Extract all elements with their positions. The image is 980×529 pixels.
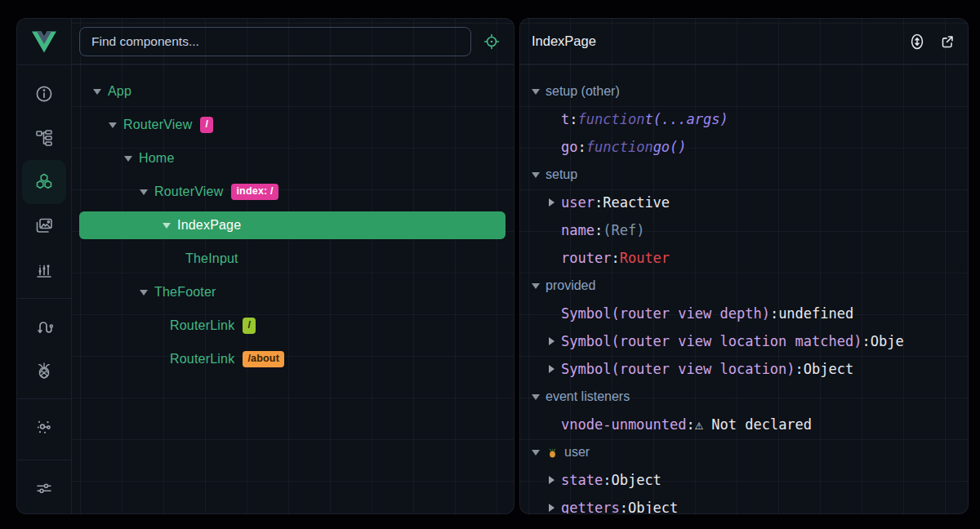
router-icon[interactable] [22,305,66,349]
tree-item-app[interactable]: App [72,78,514,105]
state-section-provided[interactable]: provided [530,272,961,300]
route-badge: /about [243,351,284,367]
state-key: go [561,139,577,155]
state-field-getters[interactable]: getters : Object [530,494,961,513]
component-name: Home [139,151,174,166]
component-name: TheFooter [154,285,216,300]
caret-down-icon[interactable] [530,283,541,289]
state-section-user[interactable]: user [530,438,961,466]
state-value: (Ref) [603,222,644,238]
caret-down-icon[interactable] [138,189,149,195]
key-value-separator: : [770,305,778,322]
section-label: setup [546,167,577,182]
scroll-to-component-icon[interactable] [908,32,926,51]
state-key: getters [561,500,620,513]
state-key: state [561,472,603,488]
tree-item-indexpage[interactable]: IndexPage [79,211,506,239]
rail-divider [17,298,71,299]
component-name: RouterView [123,118,192,132]
key-value-separator: : [595,222,603,238]
component-name: RouterLink [170,352,234,367]
graph-icon[interactable] [22,405,66,449]
caret-right-icon[interactable] [546,504,557,512]
state-field-go[interactable]: go : function go() [530,133,961,161]
tree-item-home[interactable]: Home [72,144,514,172]
caret-down-icon[interactable] [530,394,541,400]
route-badge: index: / [231,184,278,200]
search-input[interactable] [79,27,471,56]
section-label: event listeners [546,389,630,404]
state-value: ⚠ Not declared [695,416,812,433]
caret-down-icon[interactable] [107,122,118,128]
tree-item-routerview[interactable]: RouterViewindex: / [72,178,514,206]
tree-item-routerlink[interactable]: RouterLink/about [72,345,514,373]
section-label: setup (other) [546,84,620,99]
state-field-t[interactable]: t : function t(...args) [530,105,961,133]
state-field-symbol-router-view-location-matched[interactable]: Symbol(router view location matched) : O… [530,327,961,355]
timeline-icon[interactable] [22,248,66,292]
caret-down-icon[interactable] [530,172,541,178]
state-section-event-listeners[interactable]: event listeners [530,383,961,411]
state-key: Symbol(router view depth) [561,305,770,322]
key-value-separator: : [620,500,628,513]
caret-down-icon[interactable] [161,223,172,229]
overview-info-icon[interactable] [22,72,66,116]
key-value-separator: : [687,416,695,433]
state-value: Object [804,361,853,377]
route-badge: / [243,318,256,334]
key-value-separator: : [577,139,586,155]
rail-bottom [17,454,71,513]
caret-down-icon[interactable] [530,89,541,95]
state-field-symbol-router-view-depth[interactable]: Symbol(router view depth) : undefined [530,300,961,327]
vue-logo-icon [17,19,71,65]
state-field-name[interactable]: name : (Ref) [530,216,961,244]
assets-icon[interactable] [22,204,66,248]
caret-down-icon[interactable] [530,450,541,456]
key-value-separator: : [862,333,870,349]
component-name: RouterView [154,184,223,199]
component-tree-panel: AppRouterView/HomeRouterViewindex: /Inde… [72,19,514,513]
state-field-symbol-router-view-location[interactable]: Symbol(router view location) : Object [530,355,961,383]
pinia-icon[interactable] [22,349,66,393]
tree-item-theinput[interactable]: TheInput [72,245,514,273]
component-name: App [108,84,131,99]
state-inspector-panel: IndexPage setup (other)t : function t(..… [519,18,969,514]
state-section-setup[interactable]: setup [530,161,961,189]
settings-icon[interactable] [22,466,66,510]
state-value: undefined [778,305,853,322]
caret-down-icon[interactable] [91,89,103,95]
caret-down-icon[interactable] [122,156,134,162]
tree-item-thefooter[interactable]: TheFooter [72,278,514,306]
caret-down-icon[interactable] [138,290,149,296]
state-value: Object [611,472,661,488]
open-in-editor-icon[interactable] [938,33,956,51]
state-value: go() [653,139,687,155]
state-key: user [561,194,595,211]
state-key: t [561,111,569,127]
key-value-separator: : [795,361,804,377]
state-field-state[interactable]: state : Object [530,466,961,494]
caret-right-icon[interactable] [546,337,557,345]
section-label: user [564,445,590,460]
key-value-separator: : [595,194,603,211]
tree-item-routerview[interactable]: RouterView/ [72,111,514,139]
component-name: IndexPage [177,218,241,233]
caret-right-icon[interactable] [546,198,557,207]
state-value: function [586,139,653,155]
key-value-separator: : [603,472,611,488]
components-icon[interactable] [22,160,66,204]
tree-item-routerlink[interactable]: RouterLink/ [72,312,514,340]
caret-right-icon[interactable] [546,365,557,373]
state-field-router[interactable]: router : Router [530,244,961,272]
pinia-store-icon [546,447,559,459]
pages-hierarchy-icon[interactable] [22,116,66,160]
inspected-component-title: IndexPage [532,33,896,49]
component-name: RouterLink [170,318,234,333]
component-picker-icon[interactable] [483,33,501,51]
state-field-user[interactable]: user : Reactive [530,189,961,216]
state-key: Symbol(router view location matched) [561,333,862,349]
state-key: vnode-unmounted [561,416,687,433]
state-section-setup-other[interactable]: setup (other) [530,78,961,105]
caret-right-icon[interactable] [546,476,557,484]
state-field-vnode-unmounted[interactable]: vnode-unmounted : ⚠ Not declared [530,411,961,438]
